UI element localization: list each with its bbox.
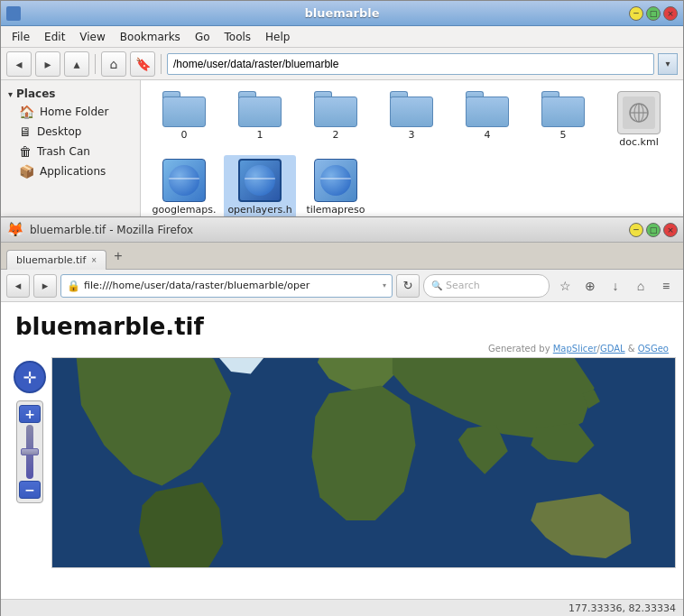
trash-icon: 🗑: [19, 144, 32, 159]
map-continents-svg: [52, 358, 675, 567]
file-item-folder-5[interactable]: 5: [527, 87, 599, 152]
googlemaps-label: googlemaps.html: [152, 204, 217, 217]
menu-help[interactable]: Help: [258, 29, 297, 45]
kml-file-label: doc.kml: [619, 136, 658, 148]
menu-edit[interactable]: Edit: [37, 29, 72, 45]
toolbar-separator-1: [95, 54, 96, 74]
gdal-link[interactable]: GDAL: [600, 344, 625, 354]
ff-tab-label: bluemarble.tif: [16, 254, 86, 266]
folder-4-label: 4: [485, 129, 491, 141]
ff-window-controls: ─ □ ×: [629, 223, 678, 237]
fm-content-area: ▾ Places 🏠 Home Folder 🖥 Desktop 🗑 Trash…: [1, 80, 683, 217]
sidebar-item-trash[interactable]: 🗑 Trash Can: [1, 142, 140, 161]
maximize-button[interactable]: □: [646, 6, 661, 21]
ff-home-button[interactable]: ⌂: [629, 274, 652, 298]
ff-statusbar: 177.33336, 82.33334: [1, 599, 683, 616]
fm-title: bluemarble: [304, 6, 379, 20]
file-item-doc-kml[interactable]: doc.kml: [603, 87, 675, 152]
fm-titlebar-left: [6, 6, 21, 21]
address-bar[interactable]: [167, 53, 654, 75]
firefox-logo-icon: 🦊: [6, 221, 24, 238]
close-button[interactable]: ×: [663, 6, 678, 21]
ff-bookmark-add-button[interactable]: ⊕: [578, 274, 602, 298]
fm-toolbar: ◂ ▸ ▴ ⌂ 🔖 ▾: [1, 48, 683, 80]
ff-tab-bluemarble[interactable]: bluemarble.tif ×: [6, 250, 106, 270]
folder-5-icon: [541, 91, 585, 127]
map-controls: ✛ + −: [8, 357, 51, 575]
osgeo-link[interactable]: OSGeo: [638, 344, 669, 354]
sidebar-item-home[interactable]: 🏠 Home Folder: [1, 102, 140, 122]
file-item-folder-2[interactable]: 2: [300, 87, 372, 152]
tilemapresource-label: tilemapresource.xml: [303, 204, 368, 217]
file-item-folder-4[interactable]: 4: [451, 87, 523, 152]
home-folder-icon: 🏠: [19, 105, 34, 119]
url-text: file:///home/user/data/raster/bluemarble…: [84, 280, 379, 291]
toolbar-separator-2: [161, 54, 162, 74]
ff-close-button[interactable]: ×: [663, 223, 678, 237]
address-dropdown-button[interactable]: ▾: [658, 53, 678, 75]
ff-menu-button[interactable]: ≡: [654, 274, 678, 298]
sidebar-item-desktop[interactable]: 🖥 Desktop: [1, 122, 140, 142]
fm-file-area: 0 1 2 3: [141, 80, 683, 217]
ff-back-button[interactable]: ◂: [6, 274, 30, 298]
map-image[interactable]: [51, 357, 676, 568]
forward-button[interactable]: ▸: [35, 51, 60, 77]
folder-1-label: 1: [257, 129, 263, 141]
bookmark-button[interactable]: 🔖: [130, 51, 155, 77]
firefox-window: 🦊 bluemarble.tif - Mozilla Firefox ─ □ ×…: [0, 216, 684, 616]
desktop-icon: 🖥: [19, 124, 32, 139]
ff-new-tab-button[interactable]: +: [106, 244, 129, 268]
ff-page-content: bluemarble.tif Generated by MapSlicer/GD…: [1, 302, 683, 599]
menu-go[interactable]: Go: [188, 29, 217, 45]
page-title: bluemarble.tif: [1, 302, 683, 344]
zoom-track[interactable]: [26, 425, 33, 479]
folder-0-label: 0: [181, 129, 188, 141]
ff-tab-close-button[interactable]: ×: [91, 255, 97, 265]
file-item-tilemapresource[interactable]: tilemapresource.xml: [300, 155, 372, 217]
mapslicer-link[interactable]: MapSlicer: [553, 344, 597, 354]
up-button[interactable]: ▴: [64, 51, 89, 77]
ff-search-bar[interactable]: 🔍 Search: [423, 274, 550, 298]
folder-2-label: 2: [333, 129, 339, 141]
folder-2-icon: [314, 91, 357, 127]
sidebar-item-applications[interactable]: 📦 Applications: [1, 161, 140, 181]
zoom-in-button[interactable]: +: [19, 405, 41, 423]
menu-bookmarks[interactable]: Bookmarks: [113, 29, 188, 45]
zoom-out-button[interactable]: −: [19, 481, 41, 499]
ff-window-title: bluemarble.tif - Mozilla Firefox: [30, 224, 193, 236]
file-item-googlemaps[interactable]: googlemaps.html: [148, 155, 220, 217]
ff-url-bar[interactable]: 🔒 file:///home/user/data/raster/bluemarb…: [60, 274, 393, 298]
pan-control[interactable]: ✛: [14, 361, 46, 393]
url-dropdown-icon[interactable]: ▾: [383, 281, 386, 290]
ff-bookmark-star-button[interactable]: ☆: [553, 274, 577, 298]
menu-view[interactable]: View: [72, 29, 112, 45]
folder-5-label: 5: [560, 129, 567, 141]
folder-3-label: 3: [409, 129, 415, 141]
map-area: ✛ + −: [1, 354, 683, 579]
ff-maximize-button[interactable]: □: [646, 223, 661, 237]
home-button[interactable]: ⌂: [101, 51, 126, 77]
ff-reload-button[interactable]: ↻: [396, 274, 420, 298]
file-item-openlayers[interactable]: openlayers.html: [224, 155, 296, 217]
page-credit: Generated by MapSlicer/GDAL & OSGeo: [1, 344, 683, 354]
ff-minimize-button[interactable]: ─: [629, 223, 643, 237]
menu-file[interactable]: File: [5, 29, 37, 45]
menu-tools[interactable]: Tools: [217, 29, 259, 45]
back-button[interactable]: ◂: [6, 51, 32, 77]
folder-4-icon: [466, 91, 509, 127]
file-item-folder-3[interactable]: 3: [375, 87, 448, 152]
fm-titlebar: bluemarble ─ □ ×: [1, 1, 683, 26]
file-item-folder-0[interactable]: 0: [148, 87, 220, 152]
googlemaps-icon: [162, 159, 206, 202]
search-placeholder: Search: [446, 280, 480, 291]
folder-0-icon: [162, 91, 206, 127]
ff-navbar: ◂ ▸ 🔒 file:///home/user/data/raster/blue…: [1, 270, 683, 302]
ff-download-button[interactable]: ↓: [604, 274, 627, 298]
ff-forward-button[interactable]: ▸: [33, 274, 57, 298]
openlayers-globe-icon: [245, 165, 275, 196]
minimize-button[interactable]: ─: [629, 6, 643, 21]
coordinates-display: 177.33336, 82.33334: [568, 602, 676, 614]
file-item-folder-1[interactable]: 1: [224, 87, 296, 152]
tilemapresource-globe-icon: [320, 165, 351, 196]
zoom-thumb[interactable]: [21, 448, 39, 455]
